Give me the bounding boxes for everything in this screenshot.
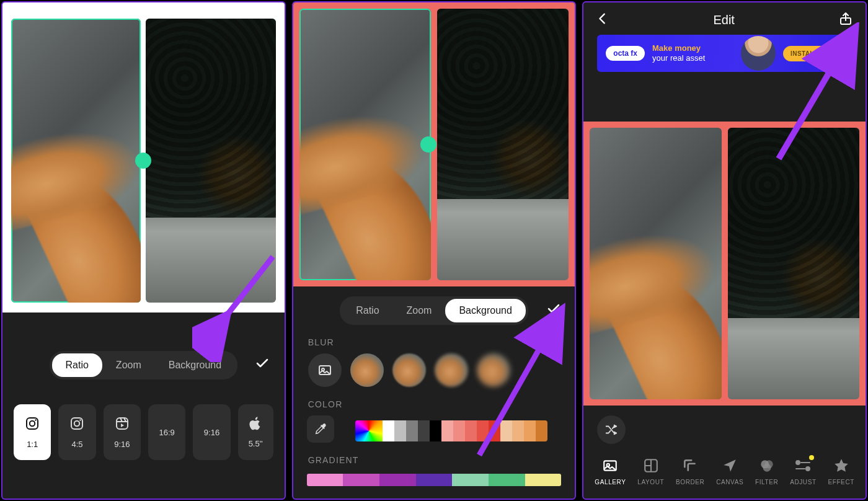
tab-ratio[interactable]: Ratio (342, 299, 392, 322)
tool-canvas[interactable]: CANVAS (716, 456, 743, 485)
instagram-icon (69, 416, 84, 435)
collage-photo-left[interactable] (590, 128, 721, 399)
color-swatch[interactable] (453, 420, 465, 441)
canvas-icon (720, 456, 739, 475)
color-swatch[interactable] (430, 420, 441, 441)
ad-person-image (741, 36, 776, 71)
collage (11, 19, 276, 303)
color-swatch[interactable] (441, 420, 453, 441)
blur-level-1[interactable] (350, 353, 384, 387)
color-picker[interactable] (355, 420, 383, 441)
divider-handle[interactable] (420, 136, 436, 153)
gradient-swatch[interactable] (525, 474, 562, 486)
apple-icon (249, 417, 262, 434)
gradient-swatch[interactable] (416, 474, 453, 486)
header: Edit (583, 2, 866, 35)
tool-label: CANVAS (716, 479, 743, 485)
ratio-label: 16:9 (159, 428, 174, 437)
tool-effect[interactable]: EFFECT (828, 456, 854, 485)
collage-photo-right[interactable] (146, 19, 275, 303)
blur-level-2[interactable] (392, 353, 426, 387)
gradient-swatches (307, 474, 562, 486)
color-swatch[interactable] (512, 420, 524, 441)
color-swatch[interactable] (500, 420, 512, 441)
share-button[interactable] (838, 11, 853, 29)
tool-label: BORDER (676, 479, 704, 485)
effect-icon (832, 456, 851, 475)
blur-options (293, 353, 575, 387)
collage-photo-left[interactable] (11, 19, 141, 303)
tab-bar: Ratio Zoom Background (293, 296, 575, 325)
svg-point-19 (806, 467, 810, 471)
color-swatch[interactable] (418, 420, 430, 441)
tool-border[interactable]: BORDER (676, 456, 704, 485)
tab-background[interactable]: Background (445, 299, 525, 322)
ad-banner[interactable]: octa fx Make money your real asset INSTA… (597, 35, 852, 72)
color-row-wrap (293, 415, 575, 443)
tool-filter[interactable]: FILTER (755, 456, 778, 485)
filter-icon (758, 456, 776, 475)
color-swatch[interactable] (489, 420, 500, 441)
ratio-9-16[interactable]: 9:16 (193, 404, 230, 460)
tab-ratio[interactable]: Ratio (52, 353, 102, 377)
color-swatches (355, 420, 548, 441)
ratio-4-5[interactable]: 4:5 (58, 404, 95, 460)
screen-ratio: Ratio Zoom Background 1:1 4:5 9:16 (1, 1, 286, 500)
gradient-swatch[interactable] (452, 474, 489, 486)
blur-level-3[interactable] (435, 353, 468, 387)
gradient-swatch[interactable] (343, 474, 379, 486)
collage-photo-right[interactable] (728, 128, 859, 399)
color-swatch[interactable] (477, 420, 489, 441)
color-swatch[interactable] (536, 420, 547, 441)
confirm-check-icon[interactable] (546, 301, 561, 320)
tab-bar: Ratio Zoom Background (2, 351, 285, 379)
tab-background[interactable]: Background (155, 353, 235, 377)
tabs-segmented: Ratio Zoom Background (340, 296, 528, 325)
section-color-label: COLOR (293, 387, 575, 415)
shuffle-button[interactable] (597, 415, 626, 444)
tab-zoom[interactable]: Zoom (393, 299, 446, 322)
gradient-swatch[interactable] (489, 474, 525, 486)
gradient-swatch[interactable] (379, 474, 416, 486)
svg-point-18 (796, 461, 800, 464)
blur-level-4[interactable] (477, 353, 510, 387)
tool-label: GALLERY (595, 479, 626, 485)
ratio-label: 1:1 (27, 440, 38, 449)
bottom-toolbar: GALLERY LAYOUT BORDER CANVAS FILTER (583, 444, 866, 492)
ratio-label: 5.5'' (249, 439, 263, 448)
ratio-1-1[interactable]: 1:1 (14, 404, 51, 460)
blur-custom-image[interactable] (308, 353, 342, 387)
color-swatch[interactable] (524, 420, 536, 441)
color-swatch[interactable] (465, 420, 477, 441)
ratio-5-5in[interactable]: 5.5'' (238, 404, 273, 460)
section-blur-label: BLUR (293, 325, 575, 353)
eyedropper-button[interactable] (307, 415, 334, 443)
screen-background: Ratio Zoom Background BLUR COLOR (292, 1, 577, 500)
collage (299, 9, 569, 280)
page-title: Edit (713, 13, 734, 27)
tabs-segmented: Ratio Zoom Background (50, 351, 238, 379)
collage-photo-right[interactable] (437, 9, 569, 280)
screen-edit: Edit octa fx Make money your real asset … (582, 1, 867, 500)
tool-adjust[interactable]: ADJUST (790, 456, 817, 485)
back-button[interactable] (596, 12, 609, 28)
ratio-16-9[interactable]: 16:9 (148, 404, 185, 460)
color-swatch[interactable] (406, 420, 418, 441)
tab-zoom[interactable]: Zoom (102, 353, 155, 377)
color-swatch[interactable] (394, 420, 406, 441)
collage-photo-left[interactable] (299, 9, 431, 280)
tool-gallery[interactable]: GALLERY (595, 456, 626, 485)
svg-point-2 (35, 419, 36, 420)
svg-rect-6 (117, 418, 128, 429)
ratio-label: 9:16 (204, 428, 219, 437)
ratio-9-16-reel[interactable]: 9:16 (104, 404, 141, 460)
divider-handle[interactable] (135, 153, 151, 169)
color-swatch[interactable] (383, 420, 394, 441)
section-gradient-label: GRADIENT (293, 443, 575, 471)
ratio-label: 9:16 (114, 440, 130, 449)
confirm-check-icon[interactable] (255, 356, 270, 375)
gradient-swatch[interactable] (307, 474, 343, 486)
tool-layout[interactable]: LAYOUT (637, 456, 664, 485)
ad-cta-button[interactable]: INSTALL NOW (783, 46, 843, 61)
canvas-white (2, 2, 285, 313)
